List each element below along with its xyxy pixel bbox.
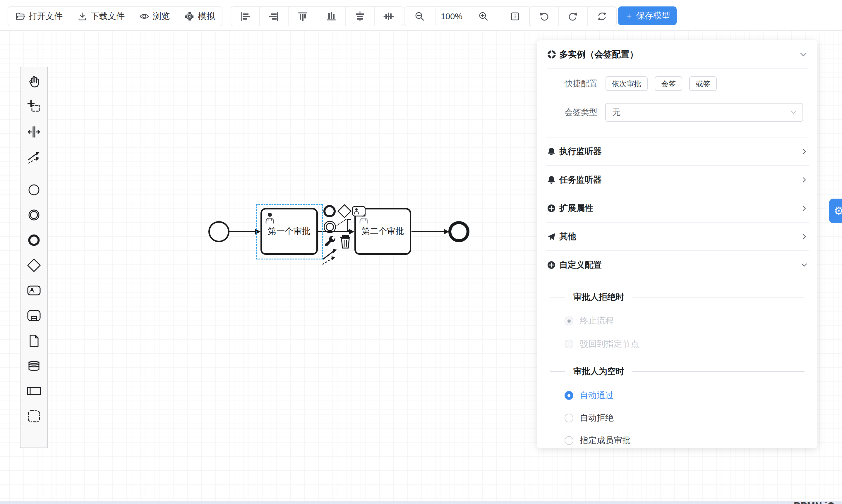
gear-icon: ⚙ — [834, 204, 842, 217]
multi-instance-icon — [547, 50, 556, 59]
annotation-link — [335, 219, 347, 227]
panel-header[interactable]: 多实例（会签配置） — [547, 40, 807, 69]
create-subprocess[interactable] — [25, 307, 43, 325]
quick-option-orsign-button[interactable]: 或签 — [689, 76, 717, 91]
download-file-button[interactable]: 下载文件 — [70, 7, 132, 26]
section-label: 自定义配置 — [559, 259, 797, 271]
zoom-out-button[interactable] — [404, 7, 436, 26]
chevron-right-icon — [801, 233, 807, 240]
start-event[interactable] — [208, 221, 229, 242]
undo-button[interactable] — [530, 7, 559, 26]
quick-option-countersign-button[interactable]: 会签 — [655, 76, 682, 91]
global-connect-tool[interactable] — [25, 148, 43, 166]
properties-panel: 多实例（会签配置） 快捷配置 依次审批 会签 或签 会签类型 无 — [537, 40, 818, 448]
radio-auto-reject[interactable]: 自动拒绝 — [564, 411, 614, 425]
create-intermediate-event[interactable] — [25, 206, 43, 224]
chevron-down-icon — [799, 50, 807, 58]
undo-icon — [539, 11, 549, 22]
radio-label: 自动拒绝 — [580, 412, 614, 424]
radio-auto-pass[interactable]: 自动通过 — [564, 389, 614, 402]
history-button-group — [529, 6, 617, 26]
simulate-button[interactable]: 模拟 — [177, 7, 222, 26]
end-event[interactable] — [449, 221, 470, 242]
create-start-event[interactable] — [25, 181, 43, 199]
bell-icon — [547, 147, 556, 156]
empty-approver-divider: 审批人为空时 — [550, 365, 805, 378]
create-gateway[interactable] — [25, 256, 43, 274]
bpmn-io-logo[interactable]: BPMN.iO — [794, 500, 842, 504]
radio-icon — [564, 414, 573, 422]
bell-icon — [547, 176, 556, 184]
quick-config-row: 快捷配置 依次审批 会签 或签 — [564, 76, 717, 91]
align-left-icon — [240, 11, 250, 22]
hand-icon — [27, 75, 41, 89]
text-annotation-icon[interactable] — [347, 219, 351, 231]
create-end-event[interactable] — [25, 231, 43, 249]
section-task-listener[interactable]: 任务监听器 — [546, 166, 809, 194]
align-right-button[interactable] — [260, 7, 288, 26]
create-data-store[interactable] — [25, 357, 43, 375]
radio-label: 自动通过 — [580, 390, 614, 401]
radio-return-to-node[interactable]: 驳回到指定节点 — [564, 337, 639, 351]
chip-icon — [185, 12, 194, 21]
start-event-icon — [27, 183, 41, 197]
refresh-button[interactable] — [588, 7, 616, 26]
chevron-right-icon — [801, 148, 807, 155]
space-tool[interactable] — [25, 123, 43, 141]
append-user-task-icon[interactable] — [352, 206, 366, 216]
countersign-type-row: 会签类型 — [564, 103, 599, 122]
create-participant[interactable] — [25, 382, 43, 400]
countersign-type-select[interactable]: 无 — [605, 103, 803, 122]
chevron-down-icon — [801, 262, 807, 268]
select-value: 无 — [606, 107, 790, 118]
radio-terminate-process[interactable]: 终止流程 — [564, 314, 614, 328]
align-right-icon — [269, 11, 279, 22]
align-left-button[interactable] — [231, 7, 260, 26]
hand-tool[interactable] — [25, 73, 43, 91]
align-middle-icon — [383, 11, 394, 22]
create-data-object[interactable] — [25, 332, 43, 350]
append-intermediate-event-icon[interactable] — [324, 221, 336, 233]
append-end-event-icon[interactable] — [323, 205, 336, 217]
sequence-flow-1[interactable] — [229, 231, 256, 232]
sequence-flow-3[interactable] — [411, 231, 444, 232]
radio-assign-member[interactable]: 指定成员审批 — [564, 433, 631, 448]
redo-button[interactable] — [559, 7, 588, 26]
panel-title: 多实例（会签配置） — [559, 49, 796, 60]
connect-tool-icon[interactable] — [321, 247, 340, 266]
section-other[interactable]: 其他 — [546, 222, 809, 251]
append-gateway-icon[interactable] — [337, 204, 351, 218]
zoom-level[interactable]: 100% — [436, 7, 468, 26]
user-task-1[interactable]: 第一个审批 — [261, 208, 318, 255]
plus-circle-icon — [547, 204, 556, 213]
space-tool-icon — [27, 125, 41, 139]
chevron-right-icon — [801, 205, 807, 212]
plus-icon: ＋ — [625, 12, 633, 20]
lasso-tool[interactable] — [25, 98, 43, 116]
save-model-button[interactable]: ＋ 保存模型 — [618, 6, 677, 25]
open-file-button[interactable]: 打开文件 — [8, 7, 70, 26]
element-palette — [20, 67, 48, 448]
align-top-button[interactable] — [288, 7, 317, 26]
trash-icon[interactable] — [339, 233, 352, 250]
section-custom-config[interactable]: 自定义配置 — [546, 251, 809, 280]
align-middle-button[interactable] — [374, 7, 403, 26]
reject-divider: 审批人拒绝时 — [550, 290, 805, 304]
bottom-strip — [0, 501, 842, 504]
section-extended-properties[interactable]: 扩展属性 — [546, 194, 809, 222]
quick-option-sequential-button[interactable]: 依次审批 — [606, 76, 648, 91]
section-label: 其他 — [559, 231, 797, 242]
preview-button[interactable]: 浏览 — [132, 7, 177, 26]
create-group[interactable] — [25, 407, 43, 425]
align-center-button[interactable] — [346, 7, 374, 26]
create-user-task[interactable] — [25, 282, 43, 300]
radio-icon — [564, 340, 573, 348]
zoom-button-group: 100% — [404, 6, 531, 26]
section-execution-listener[interactable]: 执行监听器 — [546, 138, 809, 166]
align-bottom-button[interactable] — [317, 7, 346, 26]
fit-viewport-button[interactable] — [499, 7, 531, 26]
zoom-in-button[interactable] — [468, 7, 499, 26]
panel-toggle-tab[interactable]: ⚙ — [829, 199, 842, 223]
task-label: 第一个审批 — [268, 226, 311, 237]
end-event-icon — [27, 233, 41, 247]
